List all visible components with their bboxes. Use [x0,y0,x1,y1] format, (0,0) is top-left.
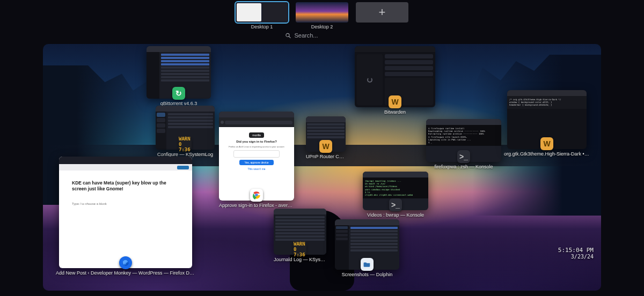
desktop-overview: 5:15:04 PM 3/23/24 ↻ qBittorrent v4.6.3 [43,44,601,291]
chrome-icon [250,189,263,202]
window-journald[interactable]: WARN 0 7:36 Journald Log — KSyste... [274,209,326,262]
desktop-clock: 5:15:04 PM 3/23/24 [558,247,594,260]
desktop-thumb-1[interactable]: Desktop 1 [236,2,288,29]
w-icon: W [540,137,553,150]
desktop-thumb-2-label: Desktop 2 [311,24,333,29]
deny-link[interactable]: This wasn't me [247,167,265,171]
window-wordpress-label: Add New Post ‹ Developer Monkey — WordPr… [56,270,195,276]
window-dolphin[interactable]: Screenshots — Dolphin [335,219,399,277]
window-sublime-label: org.gtk.Gtk3theme.High-Sierra-Dark • – S… [504,151,590,157]
window-sublime[interactable]: /* org.gtk.Gtk3theme.High-Sierra-Dark */… [507,90,587,157]
qbittorrent-icon: ↻ [172,87,185,100]
overview-search[interactable] [286,32,359,39]
window-wordpress[interactable]: KDE can have Meta (super) key blow up th… [59,157,192,276]
dolphin-icon [361,258,374,271]
warn-icon: WARN 0 7:36 [294,243,306,256]
terminal-icon: >_ [457,150,470,163]
approve-button[interactable]: Yes, approve device [239,160,274,165]
search-input[interactable] [295,32,359,39]
desktop-thumb-2-preview[interactable] [296,2,348,23]
window-konsole-videos[interactable]: [bwrap] mounting /videos ... ok mount ro… [363,172,428,218]
clock-date: 3/23/24 [558,254,594,260]
window-konsole-firefoxpwa[interactable]: $ firefoxpwa runtime install Downloading… [426,119,501,169]
approve-brand: mozilla [249,132,264,138]
desktop-thumb-add[interactable]: + [356,2,408,29]
svg-line-1 [289,36,291,38]
search-icon [286,33,291,39]
terminal-icon: >_ [389,198,402,211]
window-dolphin-label: Screenshots — Dolphin [342,272,393,277]
window-approve-label: Approve sign-in to Firefox - averyfreema… [219,203,294,208]
wordpress-post-title: KDE can have Meta (super) key blow up th… [59,171,192,202]
w-icon: W [319,140,332,153]
window-journald-label: Journald Log — KSyste... [274,257,326,262]
desktop-thumb-1-label: Desktop 1 [251,24,273,29]
window-qbittorrent[interactable]: ↻ qBittorrent v4.6.3 [147,46,211,106]
window-konsole2-label: Videos : bwrap — Konsole [367,212,424,218]
warn-icon: WARN 0 7:36 [179,138,192,151]
virtual-desktop-switcher: Desktop 1 Desktop 2 + [0,2,644,29]
window-ksystemlog[interactable]: WARN 0 7:36 Configure — KSystemLog [156,106,215,157]
window-bitwarden-label: Bitwarden [384,109,406,115]
desktop-thumb-1-preview[interactable] [236,2,288,23]
approve-subtext: Firefox on Arch Linux is requesting acce… [229,145,284,148]
window-approve-signin[interactable]: mozilla Did you sign in to Firefox? Fire… [219,112,294,208]
approve-heading: Did you sign in to Firefox? [236,140,277,143]
window-bitwarden[interactable]: W Bitwarden [355,46,435,115]
firefox-dev-icon [119,256,132,269]
w-icon: W [389,95,401,108]
window-upnp[interactable]: W UPnP Router Control [306,116,346,159]
desktop-thumb-2[interactable]: Desktop 2 [296,2,348,29]
plus-icon: + [379,5,386,19]
add-desktop-button[interactable]: + [356,2,408,23]
window-konsole1-label: firefoxpwa : zsh — Konsole [434,164,493,169]
window-upnp-label: UPnP Router Control [306,154,346,159]
clock-time: 5:15:04 PM [558,247,594,254]
